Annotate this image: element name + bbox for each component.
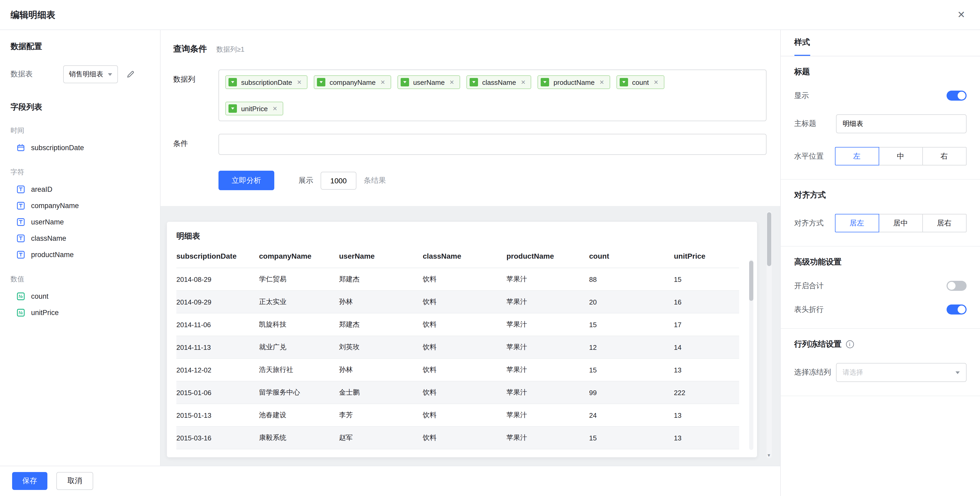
close-icon[interactable]: ✕ (654, 79, 658, 85)
info-icon[interactable]: i (846, 340, 854, 348)
column-tag[interactable]: unitPrice ✕ (225, 102, 283, 115)
column-tag[interactable]: className ✕ (466, 75, 531, 89)
table-cell: 222 (674, 381, 739, 404)
close-icon[interactable]: ✕ (297, 79, 302, 85)
freeze-column-label: 选择冻结列 (794, 368, 831, 377)
table-cell: 饮料 (423, 359, 506, 381)
text-field-icon (17, 251, 25, 259)
table-cell: 凯旋科技 (259, 313, 339, 336)
h-position-right[interactable]: 右 (922, 147, 966, 166)
detail-table-title: 明细表 (177, 231, 747, 241)
column-tag-label: count (632, 78, 649, 86)
field-list-heading: 字段列表 (11, 102, 150, 112)
table-cell: 13 (674, 427, 739, 450)
column-tag[interactable]: count ✕ (616, 75, 664, 89)
column-tag[interactable]: userName ✕ (397, 75, 460, 89)
table-cell: 留学服务中心 (259, 381, 339, 404)
tab-style[interactable]: 样式 (794, 30, 810, 56)
field-item-count[interactable]: № count (11, 288, 150, 305)
table-cell: 24 (589, 404, 674, 427)
field-item-userName[interactable]: userName (11, 214, 150, 230)
data-columns-label: 数据列 (173, 70, 218, 121)
enable-total-toggle[interactable] (946, 281, 966, 291)
h-position-left[interactable]: 左 (835, 147, 879, 166)
close-icon[interactable]: ✕ (957, 10, 965, 19)
align-left[interactable]: 居左 (835, 214, 879, 232)
table-cell: 13 (674, 359, 739, 381)
display-label: 显示 (794, 91, 809, 100)
column-tag[interactable]: productName ✕ (538, 75, 610, 89)
close-icon[interactable]: ✕ (599, 79, 604, 85)
scrollbar-thumb[interactable] (749, 261, 753, 301)
chevron-down-icon[interactable] (541, 78, 549, 86)
scrollbar-thumb[interactable] (767, 212, 771, 266)
chevron-down-icon[interactable] (229, 78, 237, 86)
title-section-heading: 标题 (794, 67, 966, 77)
table-cell: 饮料 (423, 427, 506, 450)
table-cell: 2014-12-02 (177, 359, 259, 381)
freeze-section: 行列冻结设置 i 选择冻结列 请选择 (781, 329, 980, 396)
table-row: 2014-12-02 浩天旅行社 孙林 饮料 苹果汁 15 13 (177, 359, 739, 381)
table-row: 2014-08-29 学仁贸易 郑建杰 饮料 苹果汁 88 15 (177, 268, 739, 291)
table-scrollbar[interactable] (749, 260, 753, 450)
chevron-down-icon[interactable] (619, 78, 628, 86)
table-cell: 15 (674, 268, 739, 291)
chevron-down-icon[interactable] (400, 78, 409, 86)
chevron-down-icon[interactable] (317, 78, 325, 86)
column-tag[interactable]: companyName ✕ (314, 75, 391, 89)
style-panel: 样式 标题 显示 主标题 水平位置 左 中 右 (780, 30, 980, 496)
align-right[interactable]: 居右 (922, 214, 966, 232)
main-title-input[interactable] (836, 114, 966, 133)
dataset-select[interactable]: 销售明细表 (63, 65, 118, 83)
close-icon[interactable]: ✕ (521, 79, 525, 85)
analyze-now-button[interactable]: 立即分析 (218, 171, 274, 190)
condition-input[interactable] (218, 134, 766, 155)
preview-scrollbar[interactable]: ▼ (766, 211, 772, 458)
save-button[interactable]: 保存 (12, 472, 48, 490)
h-position-center[interactable]: 中 (878, 147, 923, 166)
display-toggle[interactable] (946, 91, 966, 100)
chevron-down-icon[interactable] (469, 78, 478, 86)
table-cell: 李芳 (339, 404, 423, 427)
header-wrap-toggle[interactable] (946, 305, 966, 314)
table-cell: 饮料 (423, 404, 506, 427)
table-cell: 孙林 (339, 359, 423, 381)
text-field-icon (17, 218, 25, 226)
table-cell: 饮料 (423, 291, 506, 313)
table-row: 2015-03-16 康毅系统 赵军 饮料 苹果汁 15 13 (177, 427, 739, 450)
table-cell: 苹果汁 (506, 336, 589, 359)
field-item-className[interactable]: className (11, 230, 150, 247)
close-icon[interactable]: ✕ (380, 79, 385, 85)
table-row: 2014-09-29 正太实业 孙林 饮料 苹果汁 20 16 (177, 291, 739, 313)
dialog-title: 编辑明细表 (11, 9, 55, 21)
table-cell: 15 (589, 359, 674, 381)
column-tag[interactable]: subscriptionDate ✕ (225, 75, 307, 89)
field-name: subscriptionDate (31, 144, 84, 152)
column-header: className (423, 249, 506, 268)
column-tag-label: unitPrice (241, 105, 268, 112)
field-item-productName[interactable]: productName (11, 247, 150, 263)
table-cell: 饮料 (423, 381, 506, 404)
data-columns-box[interactable]: subscriptionDate ✕ companyName ✕ (218, 70, 766, 121)
field-item-companyName[interactable]: companyName (11, 198, 150, 214)
select-placeholder: 请选择 (843, 368, 863, 377)
field-item-subscriptionDate[interactable]: subscriptionDate (11, 140, 150, 156)
table-cell: 2014-08-29 (177, 268, 259, 291)
scroll-down-icon[interactable]: ▼ (766, 453, 772, 458)
result-limit-input[interactable] (321, 171, 356, 190)
field-item-areaID[interactable]: areaID (11, 181, 150, 198)
table-cell: 16 (674, 291, 739, 313)
freeze-column-select[interactable]: 请选择 (836, 363, 966, 382)
chevron-down-icon[interactable] (229, 104, 237, 113)
field-item-unitPrice[interactable]: № unitPrice (11, 305, 150, 321)
table-cell: 刘英玫 (339, 336, 423, 359)
column-header: subscriptionDate (177, 249, 259, 268)
align-segmented: 居左 居中 居右 (835, 214, 966, 232)
edit-dataset-icon[interactable] (126, 70, 135, 78)
text-field-icon (17, 234, 25, 242)
align-center[interactable]: 居中 (878, 214, 923, 232)
close-icon[interactable]: ✕ (449, 79, 454, 85)
cancel-button[interactable]: 取消 (56, 472, 93, 490)
align-section: 对齐方式 对齐方式 居左 居中 居右 (781, 180, 980, 247)
close-icon[interactable]: ✕ (272, 105, 277, 112)
